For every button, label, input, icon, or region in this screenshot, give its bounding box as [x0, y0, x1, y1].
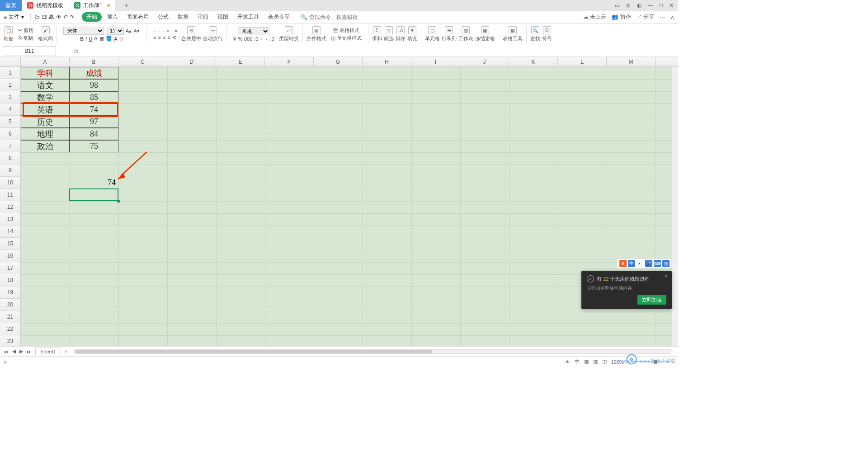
- row-header-23[interactable]: 23: [0, 335, 21, 346]
- fill-handle[interactable]: [117, 200, 120, 202]
- col-header-B[interactable]: B: [70, 57, 118, 66]
- indent-dec-icon[interactable]: ⇤: [167, 28, 171, 34]
- command-search-input[interactable]: [309, 14, 363, 20]
- rowcol-button[interactable]: ☰行和列: [442, 26, 457, 42]
- align-justify-icon[interactable]: ≡: [167, 35, 170, 40]
- command-search[interactable]: 🔍: [301, 14, 363, 20]
- comma-icon[interactable]: 000: [244, 36, 252, 42]
- row-header-6[interactable]: 6: [0, 128, 21, 140]
- row-header-7[interactable]: 7: [0, 140, 21, 152]
- col-header-M[interactable]: M: [607, 57, 656, 66]
- align-right-icon[interactable]: ≡: [163, 35, 165, 40]
- view-break-icon[interactable]: ◫: [602, 359, 607, 365]
- qat-preview-icon[interactable]: 👁: [56, 14, 61, 20]
- row-header-3[interactable]: 3: [0, 91, 21, 103]
- col-header-H[interactable]: H: [363, 57, 411, 66]
- align-top-icon[interactable]: ≡: [153, 28, 156, 33]
- col-header-G[interactable]: G: [314, 57, 363, 66]
- close-icon[interactable]: ✕: [669, 2, 674, 9]
- font-select[interactable]: 宋体: [63, 27, 104, 35]
- col-header-D[interactable]: D: [167, 57, 216, 66]
- view-page-icon[interactable]: ▥: [593, 359, 598, 365]
- row-header-4[interactable]: 4: [0, 103, 21, 116]
- ime-set-icon[interactable]: ⊞: [662, 260, 670, 267]
- menu-insert[interactable]: 插入: [104, 11, 122, 23]
- tab-home[interactable]: 首页: [0, 0, 22, 11]
- currency-icon[interactable]: ¥: [233, 36, 236, 42]
- row-header-18[interactable]: 18: [0, 274, 21, 287]
- sheet-button[interactable]: ▥工作表: [458, 26, 473, 42]
- sort-button[interactable]: ↓A排序: [396, 26, 406, 42]
- align-center-icon[interactable]: ≡: [158, 35, 160, 40]
- copy-button[interactable]: ⎘ 复制: [19, 35, 33, 42]
- col-header-F[interactable]: F: [265, 57, 314, 66]
- sum-button[interactable]: Σ求和: [372, 26, 382, 42]
- col-header-C[interactable]: C: [118, 57, 167, 66]
- freeze-button[interactable]: ▦冻结窗格: [475, 26, 495, 42]
- cell-B5[interactable]: 97: [70, 116, 118, 128]
- cell-B7[interactable]: 75: [70, 140, 118, 152]
- menu-start[interactable]: 开始: [82, 12, 102, 22]
- notif-close-icon[interactable]: ✕: [664, 273, 668, 279]
- ime-lang-icon[interactable]: 中: [628, 260, 635, 267]
- row-header-11[interactable]: 11: [0, 189, 21, 201]
- sheet-next-icon[interactable]: ▶: [19, 348, 23, 354]
- cond-format-button[interactable]: ▤条件格式: [307, 26, 326, 42]
- qat-redo-icon[interactable]: ↷: [70, 14, 74, 20]
- collab-button[interactable]: 👥 协作: [612, 13, 631, 21]
- menu-chevron-icon[interactable]: ∧: [670, 14, 675, 20]
- tab-workbook[interactable]: S工作簿1: [69, 0, 115, 11]
- row-header-14[interactable]: 14: [0, 226, 21, 238]
- dec-dec-icon[interactable]: ←.0: [265, 36, 274, 42]
- row-header-8[interactable]: 8: [0, 152, 21, 164]
- sheet-prev-icon[interactable]: ◀: [12, 348, 16, 354]
- dec-inc-icon[interactable]: .0→: [254, 36, 263, 42]
- cell-B1[interactable]: 成绩: [70, 67, 118, 79]
- col-header-E[interactable]: E: [216, 57, 265, 66]
- increase-font-icon[interactable]: A▴: [126, 28, 132, 34]
- menu-formula[interactable]: 公式: [154, 11, 172, 23]
- col-header-K[interactable]: K: [509, 57, 558, 66]
- paste-button[interactable]: 📋粘贴: [4, 26, 14, 42]
- row-header-12[interactable]: 12: [0, 201, 21, 213]
- merge-button[interactable]: ⊟合并居中: [181, 26, 201, 42]
- orientation-icon[interactable]: ⟲: [172, 35, 176, 41]
- row-header-22[interactable]: 22: [0, 323, 21, 335]
- fx-icon[interactable]: fx: [74, 48, 78, 54]
- ime-toolbar[interactable]: S 中 •, 🎤 ⌨ ⊞: [617, 258, 672, 268]
- row-header-10[interactable]: 10: [0, 177, 21, 189]
- menu-vip[interactable]: 会员专享: [264, 11, 293, 23]
- vertical-scrollbar[interactable]: [672, 67, 678, 346]
- row-header-5[interactable]: 5: [0, 116, 21, 128]
- align-left-icon[interactable]: ≡: [153, 35, 156, 40]
- filter-button[interactable]: ▽筛选: [384, 26, 394, 42]
- fill-button[interactable]: ▼填充: [407, 26, 417, 42]
- formula-input[interactable]: [82, 46, 678, 56]
- ime-punct-icon[interactable]: •,: [637, 260, 644, 267]
- type-convert-button[interactable]: ⇄类型转换: [279, 26, 299, 42]
- col-header-J[interactable]: J: [460, 57, 509, 66]
- table-tool-button[interactable]: ▦表格工具: [503, 26, 523, 42]
- col-header-I[interactable]: I: [411, 57, 460, 66]
- underline-button[interactable]: U: [89, 36, 92, 42]
- layout-icon[interactable]: ▭: [615, 2, 620, 9]
- border-button[interactable]: ▦: [99, 36, 104, 42]
- cell-A7[interactable]: 政治: [21, 140, 70, 152]
- user-icon[interactable]: ◐: [637, 2, 642, 9]
- row-header-21[interactable]: 21: [0, 311, 21, 323]
- sheet-add-icon[interactable]: +: [65, 349, 67, 354]
- status-mode-icon[interactable]: ⎆: [4, 359, 7, 365]
- table-style-button[interactable]: ▦ 表格样式: [333, 27, 359, 34]
- qat-open-icon[interactable]: 🗁: [34, 14, 40, 20]
- row-header-9[interactable]: 9: [0, 164, 21, 177]
- row-header-19[interactable]: 19: [0, 287, 21, 299]
- align-mid-icon[interactable]: ≡: [157, 28, 160, 33]
- name-box[interactable]: B11: [3, 46, 56, 56]
- tab-template[interactable]: D找稻壳模板: [22, 0, 69, 11]
- number-format-select[interactable]: 常规: [238, 27, 269, 35]
- cell-B6[interactable]: 84: [70, 128, 118, 140]
- cell-A1[interactable]: 学科: [21, 67, 70, 79]
- bold-button[interactable]: B: [80, 36, 84, 42]
- cell-A2[interactable]: 语文: [21, 79, 70, 91]
- scroll-thumb[interactable]: [75, 350, 432, 353]
